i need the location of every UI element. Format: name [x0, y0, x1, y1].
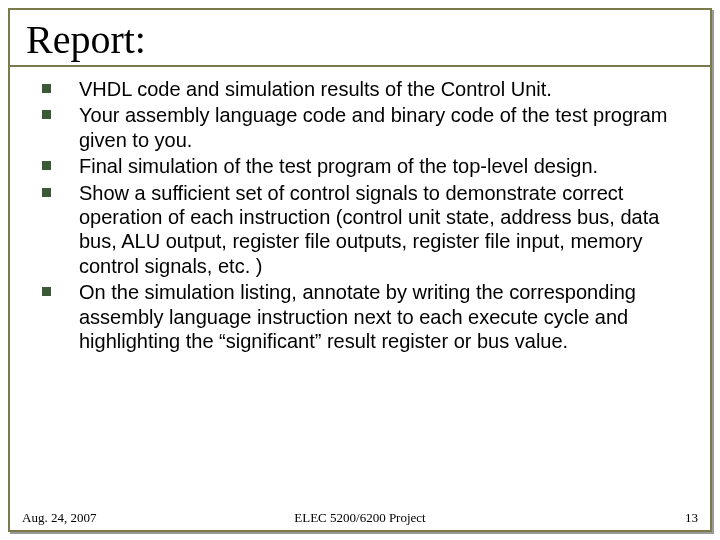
list-item: On the simulation listing, annotate by w… [36, 280, 684, 353]
square-bullet-icon [42, 287, 51, 296]
bullet-text: Show a sufficient set of control signals… [79, 181, 684, 279]
bullet-text: VHDL code and simulation results of the … [79, 77, 552, 101]
footer-page: 13 [685, 510, 698, 526]
square-bullet-icon [42, 110, 51, 119]
bullet-text: Your assembly language code and binary c… [79, 103, 684, 152]
title-area: Report: [10, 10, 710, 67]
list-item: Final simulation of the test program of … [36, 154, 684, 178]
slide-title: Report: [26, 16, 694, 63]
footer: Aug. 24, 2007 ELEC 5200/6200 Project 13 [0, 510, 720, 526]
list-item: VHDL code and simulation results of the … [36, 77, 684, 101]
footer-date: Aug. 24, 2007 [22, 510, 96, 526]
square-bullet-icon [42, 188, 51, 197]
slide-frame: Report: VHDL code and simulation results… [8, 8, 712, 532]
content-area: VHDL code and simulation results of the … [10, 67, 710, 353]
list-item: Your assembly language code and binary c… [36, 103, 684, 152]
square-bullet-icon [42, 84, 51, 93]
footer-center: ELEC 5200/6200 Project [0, 510, 720, 526]
bullet-text: On the simulation listing, annotate by w… [79, 280, 684, 353]
bullet-text: Final simulation of the test program of … [79, 154, 598, 178]
list-item: Show a sufficient set of control signals… [36, 181, 684, 279]
square-bullet-icon [42, 161, 51, 170]
